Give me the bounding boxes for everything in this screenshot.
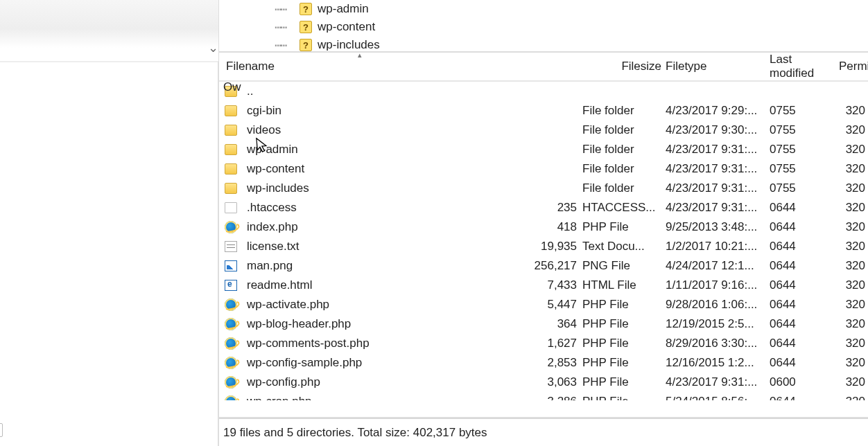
tree-item[interactable]: ⋯⋯ ? wp-content <box>219 18 868 36</box>
column-header-filename[interactable]: Filename <box>223 60 520 73</box>
file-name: wp-includes <box>243 181 520 195</box>
file-date: 4/23/2017 9:31:... <box>666 201 770 215</box>
file-owner: 320 <box>839 259 867 273</box>
file-date: 12/16/2015 1:2... <box>666 356 770 370</box>
file-date: 4/23/2017 9:31:... <box>666 375 770 389</box>
ie-php-icon <box>225 376 237 389</box>
file-row[interactable]: wp-adminFile folder4/23/2017 9:31:...075… <box>223 140 868 159</box>
tree-item[interactable]: ⋯⋯ ? wp-includes <box>219 36 868 53</box>
file-row[interactable]: wp-config-sample.php2,853PHP File12/16/2… <box>223 353 868 373</box>
file-name: wp-content <box>243 162 520 176</box>
file-row[interactable]: wp-cron.php3,286PHP File5/24/2015 8:56:.… <box>223 392 868 400</box>
file-row[interactable]: index.php418PHP File9/25/2013 3:48:...06… <box>223 217 868 237</box>
dropdown-chevron-icon[interactable]: ⌄ <box>208 40 218 55</box>
ie-php-icon <box>225 318 237 330</box>
folder-icon <box>225 125 237 136</box>
file-permissions: 0644 <box>770 201 839 215</box>
file-name: .. <box>243 84 520 98</box>
ie-php-icon <box>225 221 237 233</box>
remote-directory-tree[interactable]: ⋯⋯ ? wp-admin ⋯⋯ ? wp-content ⋯⋯ ? wp-in… <box>219 0 868 53</box>
file-name: wp-comments-post.php <box>243 337 520 350</box>
file-row[interactable]: man.png256,217PNG File4/24/2017 12:1...0… <box>223 256 868 276</box>
file-row[interactable]: .. <box>223 82 868 101</box>
file-date: 8/29/2016 3:30:... <box>666 337 770 350</box>
file-row[interactable]: wp-includesFile folder4/23/2017 9:31:...… <box>223 179 868 198</box>
tree-item-label: wp-admin <box>318 2 369 16</box>
file-row[interactable]: cgi-binFile folder4/23/2017 9:29:...0755… <box>223 101 868 121</box>
file-date: 4/23/2017 9:30:... <box>666 123 770 137</box>
file-name: wp-config-sample.php <box>243 356 520 370</box>
folder-icon <box>225 163 237 175</box>
file-permissions: 0644 <box>770 278 839 292</box>
file-name: wp-config.php <box>243 375 520 389</box>
file-permissions: 0755 <box>770 181 839 195</box>
file-date: 4/23/2017 9:31:... <box>666 143 770 157</box>
ie-php-icon <box>225 357 237 369</box>
file-permissions: 0644 <box>770 337 839 350</box>
file-date: 1/11/2017 9:16:... <box>666 278 770 292</box>
file-permissions: 0600 <box>770 375 839 389</box>
ie-php-icon <box>225 395 237 400</box>
file-owner: 320 <box>839 375 867 389</box>
file-permissions: 0755 <box>770 162 839 176</box>
column-header-filetype[interactable]: Filetype <box>666 60 770 73</box>
file-owner: 320 <box>839 104 867 118</box>
file-owner: 320 <box>839 181 867 195</box>
file-row[interactable]: videosFile folder4/23/2017 9:30:...07553… <box>223 121 868 140</box>
file-date: 1/2/2017 10:21:... <box>666 240 770 253</box>
question-folder-icon: ? <box>300 39 312 51</box>
file-type: PHP File <box>582 375 666 389</box>
panel-collapse-handle[interactable] <box>0 423 3 437</box>
column-header-permissions[interactable]: Permissions <box>839 60 867 73</box>
file-permissions: 0644 <box>770 317 839 331</box>
column-header-filesize[interactable]: Filesize <box>582 60 666 73</box>
question-folder-icon: ? <box>300 21 312 33</box>
file-type: PHP File <box>582 395 666 400</box>
file-size: 364 <box>520 317 582 331</box>
ie-php-icon <box>225 337 237 350</box>
file-permissions: 0755 <box>770 143 839 157</box>
file-row[interactable]: readme.html7,433HTML File1/11/2017 9:16:… <box>223 276 868 295</box>
file-permissions: 0644 <box>770 356 839 370</box>
file-type: PHP File <box>582 356 666 370</box>
file-owner: 320 <box>839 298 867 312</box>
file-row[interactable]: license.txt19,935Text Docu...1/2/2017 10… <box>223 237 868 256</box>
status-bar: 19 files and 5 directories. Total size: … <box>219 418 868 446</box>
file-type: Text Docu... <box>582 240 666 253</box>
file-date: 4/23/2017 9:31:... <box>666 181 770 195</box>
file-owner: 320 <box>839 143 867 157</box>
file-type: PHP File <box>582 317 666 331</box>
file-date: 4/23/2017 9:31:... <box>666 162 770 176</box>
file-size: 5,447 <box>520 298 582 312</box>
file-owner: 320 <box>839 123 867 137</box>
file-name: wp-activate.php <box>243 298 520 312</box>
file-row[interactable]: wp-contentFile folder4/23/2017 9:31:...0… <box>223 159 868 179</box>
file-owner: 320 <box>839 278 867 292</box>
file-owner: 320 <box>839 220 867 234</box>
file-owner: 320 <box>839 240 867 253</box>
file-type: File folder <box>582 143 666 157</box>
file-owner: 320 <box>839 201 867 215</box>
local-panel <box>0 61 218 446</box>
column-header-owner[interactable]: Ow <box>223 80 243 94</box>
status-text: 19 files and 5 directories. Total size: … <box>223 426 487 440</box>
file-date: 9/28/2016 1:06:... <box>666 298 770 312</box>
file-row[interactable]: wp-activate.php5,447PHP File9/28/2016 1:… <box>223 295 868 314</box>
file-row[interactable]: wp-config.php3,063PHP File4/23/2017 9:31… <box>223 373 868 392</box>
file-row[interactable]: wp-blog-header.php364PHP File12/19/2015 … <box>223 314 868 334</box>
column-header-lastmodified[interactable]: Last modified <box>770 53 839 80</box>
file-permissions: 0644 <box>770 220 839 234</box>
ie-php-icon <box>225 298 237 311</box>
remote-file-list: ▴ Filename Filesize Filetype Last modifi… <box>219 53 868 418</box>
file-date: 4/24/2017 12:1... <box>666 259 770 273</box>
folder-icon <box>225 105 237 116</box>
file-date: 9/25/2013 3:48:... <box>666 220 770 234</box>
file-row[interactable]: .htaccess235HTACCESS...4/23/2017 9:31:..… <box>223 198 868 217</box>
file-name: .htaccess <box>243 201 520 215</box>
file-type: PHP File <box>582 298 666 312</box>
file-type: HTACCESS... <box>582 201 666 215</box>
tree-item[interactable]: ⋯⋯ ? wp-admin <box>219 0 868 18</box>
toolbar-faded-region <box>0 0 218 48</box>
html-file-icon <box>225 280 237 291</box>
file-row[interactable]: wp-comments-post.php1,627PHP File8/29/20… <box>223 334 868 353</box>
